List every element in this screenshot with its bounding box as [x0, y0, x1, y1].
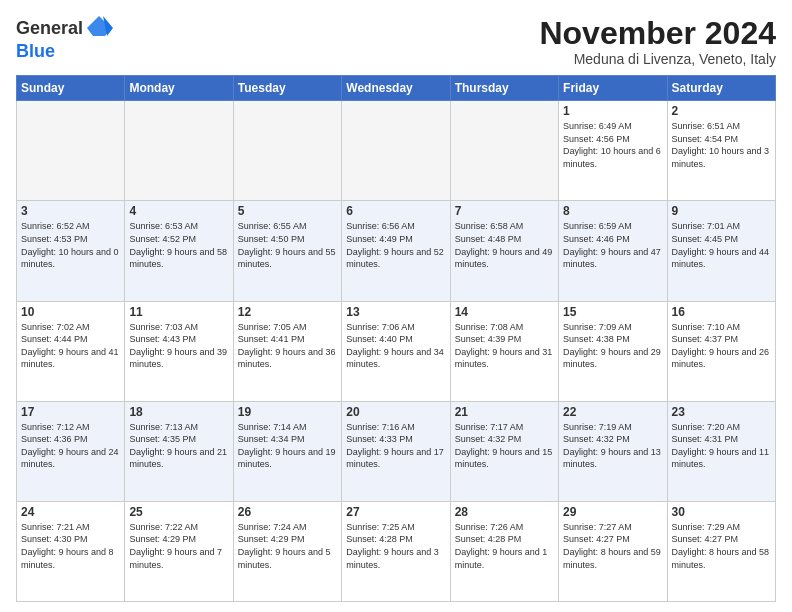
- day-cell: 7Sunrise: 6:58 AM Sunset: 4:48 PM Daylig…: [450, 201, 558, 301]
- day-info: Sunrise: 7:19 AM Sunset: 4:32 PM Dayligh…: [563, 421, 662, 471]
- day-cell: 15Sunrise: 7:09 AM Sunset: 4:38 PM Dayli…: [559, 301, 667, 401]
- day-cell: 4Sunrise: 6:53 AM Sunset: 4:52 PM Daylig…: [125, 201, 233, 301]
- day-info: Sunrise: 7:12 AM Sunset: 4:36 PM Dayligh…: [21, 421, 120, 471]
- day-info: Sunrise: 7:27 AM Sunset: 4:27 PM Dayligh…: [563, 521, 662, 571]
- day-info: Sunrise: 7:02 AM Sunset: 4:44 PM Dayligh…: [21, 321, 120, 371]
- day-header-saturday: Saturday: [667, 76, 775, 101]
- day-info: Sunrise: 6:56 AM Sunset: 4:49 PM Dayligh…: [346, 220, 445, 270]
- month-title: November 2024: [539, 16, 776, 51]
- day-cell: 22Sunrise: 7:19 AM Sunset: 4:32 PM Dayli…: [559, 401, 667, 501]
- day-info: Sunrise: 6:51 AM Sunset: 4:54 PM Dayligh…: [672, 120, 771, 170]
- day-header-friday: Friday: [559, 76, 667, 101]
- week-row-3: 10Sunrise: 7:02 AM Sunset: 4:44 PM Dayli…: [17, 301, 776, 401]
- location: Meduna di Livenza, Veneto, Italy: [539, 51, 776, 67]
- day-info: Sunrise: 7:26 AM Sunset: 4:28 PM Dayligh…: [455, 521, 554, 571]
- day-info: Sunrise: 6:49 AM Sunset: 4:56 PM Dayligh…: [563, 120, 662, 170]
- day-number: 10: [21, 305, 120, 319]
- day-cell: [233, 101, 341, 201]
- day-info: Sunrise: 7:14 AM Sunset: 4:34 PM Dayligh…: [238, 421, 337, 471]
- day-cell: 25Sunrise: 7:22 AM Sunset: 4:29 PM Dayli…: [125, 501, 233, 601]
- day-cell: 18Sunrise: 7:13 AM Sunset: 4:35 PM Dayli…: [125, 401, 233, 501]
- day-number: 13: [346, 305, 445, 319]
- day-cell: 8Sunrise: 6:59 AM Sunset: 4:46 PM Daylig…: [559, 201, 667, 301]
- day-cell: 30Sunrise: 7:29 AM Sunset: 4:27 PM Dayli…: [667, 501, 775, 601]
- day-number: 3: [21, 204, 120, 218]
- day-info: Sunrise: 6:58 AM Sunset: 4:48 PM Dayligh…: [455, 220, 554, 270]
- day-header-wednesday: Wednesday: [342, 76, 450, 101]
- day-number: 23: [672, 405, 771, 419]
- day-cell: 19Sunrise: 7:14 AM Sunset: 4:34 PM Dayli…: [233, 401, 341, 501]
- day-number: 11: [129, 305, 228, 319]
- day-info: Sunrise: 7:22 AM Sunset: 4:29 PM Dayligh…: [129, 521, 228, 571]
- day-header-monday: Monday: [125, 76, 233, 101]
- day-number: 20: [346, 405, 445, 419]
- day-info: Sunrise: 7:03 AM Sunset: 4:43 PM Dayligh…: [129, 321, 228, 371]
- day-cell: 11Sunrise: 7:03 AM Sunset: 4:43 PM Dayli…: [125, 301, 233, 401]
- day-number: 15: [563, 305, 662, 319]
- day-number: 8: [563, 204, 662, 218]
- day-number: 17: [21, 405, 120, 419]
- day-number: 27: [346, 505, 445, 519]
- logo-blue: Blue: [16, 41, 55, 61]
- week-row-5: 24Sunrise: 7:21 AM Sunset: 4:30 PM Dayli…: [17, 501, 776, 601]
- day-number: 6: [346, 204, 445, 218]
- day-number: 18: [129, 405, 228, 419]
- page: General Blue November 2024 Meduna di Liv…: [0, 0, 792, 612]
- day-number: 16: [672, 305, 771, 319]
- day-number: 22: [563, 405, 662, 419]
- day-number: 24: [21, 505, 120, 519]
- day-info: Sunrise: 7:21 AM Sunset: 4:30 PM Dayligh…: [21, 521, 120, 571]
- logo: General Blue: [16, 16, 113, 62]
- day-info: Sunrise: 6:59 AM Sunset: 4:46 PM Dayligh…: [563, 220, 662, 270]
- day-number: 29: [563, 505, 662, 519]
- day-cell: 1Sunrise: 6:49 AM Sunset: 4:56 PM Daylig…: [559, 101, 667, 201]
- day-info: Sunrise: 7:16 AM Sunset: 4:33 PM Dayligh…: [346, 421, 445, 471]
- day-info: Sunrise: 7:20 AM Sunset: 4:31 PM Dayligh…: [672, 421, 771, 471]
- calendar: SundayMondayTuesdayWednesdayThursdayFrid…: [16, 75, 776, 602]
- day-cell: [17, 101, 125, 201]
- day-cell: 6Sunrise: 6:56 AM Sunset: 4:49 PM Daylig…: [342, 201, 450, 301]
- day-header-thursday: Thursday: [450, 76, 558, 101]
- day-cell: 26Sunrise: 7:24 AM Sunset: 4:29 PM Dayli…: [233, 501, 341, 601]
- week-row-4: 17Sunrise: 7:12 AM Sunset: 4:36 PM Dayli…: [17, 401, 776, 501]
- logo-icon: [85, 14, 113, 42]
- day-cell: 12Sunrise: 7:05 AM Sunset: 4:41 PM Dayli…: [233, 301, 341, 401]
- day-cell: 13Sunrise: 7:06 AM Sunset: 4:40 PM Dayli…: [342, 301, 450, 401]
- day-info: Sunrise: 7:09 AM Sunset: 4:38 PM Dayligh…: [563, 321, 662, 371]
- header: General Blue November 2024 Meduna di Liv…: [16, 16, 776, 67]
- day-number: 1: [563, 104, 662, 118]
- day-info: Sunrise: 6:53 AM Sunset: 4:52 PM Dayligh…: [129, 220, 228, 270]
- day-number: 26: [238, 505, 337, 519]
- day-cell: 3Sunrise: 6:52 AM Sunset: 4:53 PM Daylig…: [17, 201, 125, 301]
- day-cell: 2Sunrise: 6:51 AM Sunset: 4:54 PM Daylig…: [667, 101, 775, 201]
- day-cell: 21Sunrise: 7:17 AM Sunset: 4:32 PM Dayli…: [450, 401, 558, 501]
- day-cell: 5Sunrise: 6:55 AM Sunset: 4:50 PM Daylig…: [233, 201, 341, 301]
- day-cell: 16Sunrise: 7:10 AM Sunset: 4:37 PM Dayli…: [667, 301, 775, 401]
- header-row: SundayMondayTuesdayWednesdayThursdayFrid…: [17, 76, 776, 101]
- day-info: Sunrise: 7:29 AM Sunset: 4:27 PM Dayligh…: [672, 521, 771, 571]
- day-header-sunday: Sunday: [17, 76, 125, 101]
- day-info: Sunrise: 7:17 AM Sunset: 4:32 PM Dayligh…: [455, 421, 554, 471]
- day-number: 7: [455, 204, 554, 218]
- day-info: Sunrise: 7:01 AM Sunset: 4:45 PM Dayligh…: [672, 220, 771, 270]
- day-number: 28: [455, 505, 554, 519]
- day-info: Sunrise: 7:25 AM Sunset: 4:28 PM Dayligh…: [346, 521, 445, 571]
- day-number: 30: [672, 505, 771, 519]
- day-cell: 14Sunrise: 7:08 AM Sunset: 4:39 PM Dayli…: [450, 301, 558, 401]
- day-info: Sunrise: 7:05 AM Sunset: 4:41 PM Dayligh…: [238, 321, 337, 371]
- day-info: Sunrise: 6:52 AM Sunset: 4:53 PM Dayligh…: [21, 220, 120, 270]
- week-row-2: 3Sunrise: 6:52 AM Sunset: 4:53 PM Daylig…: [17, 201, 776, 301]
- day-info: Sunrise: 7:24 AM Sunset: 4:29 PM Dayligh…: [238, 521, 337, 571]
- day-cell: [125, 101, 233, 201]
- day-number: 2: [672, 104, 771, 118]
- day-number: 12: [238, 305, 337, 319]
- day-cell: [450, 101, 558, 201]
- day-number: 14: [455, 305, 554, 319]
- day-number: 5: [238, 204, 337, 218]
- day-number: 21: [455, 405, 554, 419]
- day-info: Sunrise: 6:55 AM Sunset: 4:50 PM Dayligh…: [238, 220, 337, 270]
- day-number: 19: [238, 405, 337, 419]
- day-cell: 27Sunrise: 7:25 AM Sunset: 4:28 PM Dayli…: [342, 501, 450, 601]
- week-row-1: 1Sunrise: 6:49 AM Sunset: 4:56 PM Daylig…: [17, 101, 776, 201]
- day-number: 25: [129, 505, 228, 519]
